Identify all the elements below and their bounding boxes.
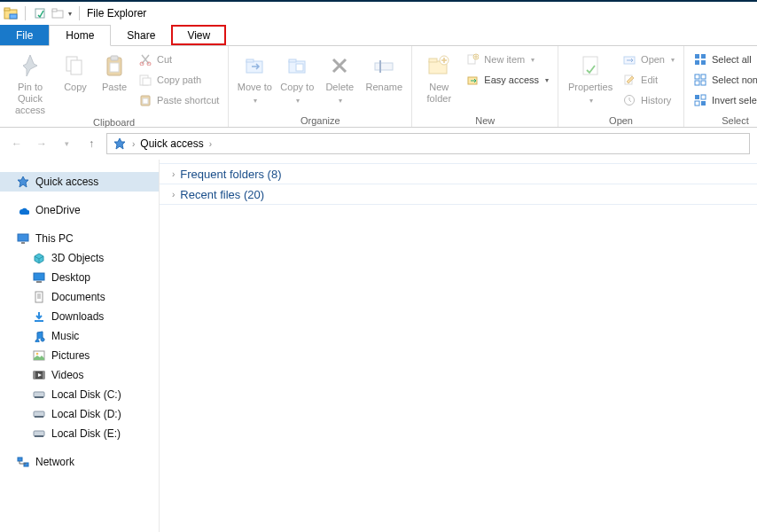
tree-music[interactable]: Music — [0, 326, 159, 346]
svg-rect-49 — [36, 281, 42, 283]
svg-rect-7 — [71, 60, 82, 74]
svg-rect-21 — [296, 64, 303, 71]
tree-onedrive[interactable]: OneDrive — [0, 200, 159, 220]
forward-button[interactable]: → — [32, 134, 51, 153]
svg-rect-1 — [4, 8, 10, 11]
dropdown-caret-icon: ▾ — [589, 95, 593, 106]
new-folder-button[interactable]: New folder — [418, 48, 460, 105]
tree-disk-c[interactable]: Local Disk (C:) — [0, 385, 159, 404]
invert-selection-button[interactable]: Invert selection — [690, 90, 757, 110]
qat-properties-icon[interactable] — [33, 6, 47, 20]
music-icon — [32, 329, 46, 343]
app-icon — [4, 6, 18, 20]
recent-locations-button[interactable]: ▾ — [57, 134, 76, 153]
title-bar: ▾ File Explorer — [0, 0, 757, 25]
network-icon — [16, 455, 30, 469]
copy-icon — [61, 51, 90, 80]
desktop-icon — [32, 270, 46, 285]
open-button[interactable]: Open ▾ — [619, 50, 678, 69]
paste-shortcut-icon — [138, 93, 152, 107]
svg-rect-45 — [701, 101, 706, 106]
svg-rect-20 — [289, 59, 296, 62]
star-icon — [16, 175, 30, 189]
chevron-right-icon: › — [172, 190, 175, 200]
cut-button[interactable]: Cut — [135, 50, 222, 69]
tab-home[interactable]: Home — [49, 25, 111, 46]
paste-button[interactable]: Paste — [96, 48, 133, 93]
copy-to-icon — [283, 51, 311, 80]
tree-downloads[interactable]: Downloads — [0, 307, 159, 326]
select-all-button[interactable]: Select all — [690, 50, 757, 69]
edit-button[interactable]: Edit — [619, 70, 678, 90]
svg-rect-55 — [34, 372, 35, 379]
qat-newfolder-icon[interactable] — [51, 6, 65, 20]
disk-icon — [32, 387, 46, 402]
qat-dropdown-icon[interactable]: ▾ — [68, 10, 72, 18]
history-button[interactable]: History — [619, 90, 678, 110]
open-icon — [622, 52, 636, 66]
easy-access-button[interactable]: Easy access ▾ — [462, 70, 552, 90]
tab-view[interactable]: View — [171, 25, 226, 45]
videos-icon — [32, 368, 46, 382]
tab-share[interactable]: Share — [111, 25, 171, 45]
chevron-right-icon[interactable]: › — [132, 139, 135, 149]
tree-desktop[interactable]: Desktop — [0, 268, 159, 287]
chevron-right-icon: › — [172, 169, 175, 179]
svg-rect-46 — [18, 234, 28, 241]
delete-button[interactable]: Delete ▾ — [319, 48, 360, 106]
svg-rect-36 — [695, 60, 699, 65]
up-button[interactable]: ↑ — [82, 134, 101, 153]
chevron-right-icon[interactable]: › — [209, 139, 212, 149]
svg-rect-48 — [34, 273, 44, 280]
select-none-button[interactable]: Select none — [690, 70, 757, 90]
tree-3d-objects[interactable]: 3D Objects — [0, 248, 159, 268]
copy-path-button[interactable]: Copy path — [135, 70, 222, 90]
tree-documents[interactable]: Documents — [0, 287, 159, 307]
window-title: File Explorer — [87, 7, 146, 20]
breadcrumb-root[interactable]: Quick access — [140, 137, 203, 150]
paste-icon — [100, 51, 129, 80]
pin-to-quick-access-button[interactable]: Pin to Quick access — [5, 48, 55, 116]
navigation-bar: ← → ▾ ↑ › Quick access › — [0, 128, 757, 160]
new-item-icon — [465, 52, 480, 66]
properties-button[interactable]: Properties ▾ — [564, 48, 617, 106]
disk-icon — [32, 407, 46, 421]
copy-to-button[interactable]: Copy to ▾ — [277, 48, 317, 106]
disk-icon — [32, 426, 46, 441]
move-to-button[interactable]: Move to ▾ — [234, 48, 275, 106]
navigation-tree[interactable]: Quick access OneDrive This PC 3D Objects… — [0, 160, 160, 532]
tree-this-pc[interactable]: This PC — [0, 229, 159, 248]
group-frequent-folders[interactable]: › Frequent folders (8) — [160, 163, 757, 184]
tree-disk-d[interactable]: Local Disk (D:) — [0, 404, 159, 424]
new-item-button[interactable]: New item ▾ — [462, 50, 552, 69]
tree-network[interactable]: Network — [0, 452, 159, 472]
ribbon-tabs: File Home Share View — [0, 25, 757, 46]
paste-shortcut-button[interactable]: Paste shortcut — [135, 90, 222, 110]
tree-pictures[interactable]: Pictures — [0, 346, 159, 365]
tree-videos[interactable]: Videos — [0, 365, 159, 385]
rename-button[interactable]: Rename — [362, 48, 406, 93]
tree-quick-access[interactable]: Quick access — [0, 172, 159, 192]
svg-rect-18 — [246, 59, 254, 62]
svg-rect-50 — [35, 292, 43, 302]
copy-path-icon — [138, 73, 152, 87]
back-button[interactable]: ← — [7, 134, 27, 153]
group-open: Properties ▾ Open ▾ Edit History Op — [558, 46, 684, 127]
svg-rect-47 — [21, 242, 25, 244]
quick-access-icon — [113, 137, 127, 151]
dropdown-caret-icon: ▾ — [254, 95, 257, 106]
address-bar[interactable]: › Quick access › — [106, 133, 750, 154]
tree-disk-e[interactable]: Local Disk (E:) — [0, 424, 159, 443]
delete-icon — [325, 51, 354, 80]
body-split: Quick access OneDrive This PC 3D Objects… — [0, 160, 757, 532]
tab-file[interactable]: File — [0, 25, 49, 45]
history-icon — [622, 93, 636, 107]
dropdown-caret-icon: ▾ — [545, 76, 549, 84]
group-recent-files[interactable]: › Recent files (20) — [160, 184, 757, 205]
copy-button[interactable]: Copy — [57, 48, 94, 93]
dropdown-caret-icon: ▾ — [339, 95, 342, 106]
svg-rect-2 — [10, 14, 17, 19]
svg-rect-38 — [695, 74, 699, 79]
content-pane[interactable]: › Frequent folders (8) › Recent files (2… — [160, 160, 757, 532]
easy-access-icon — [465, 73, 480, 87]
